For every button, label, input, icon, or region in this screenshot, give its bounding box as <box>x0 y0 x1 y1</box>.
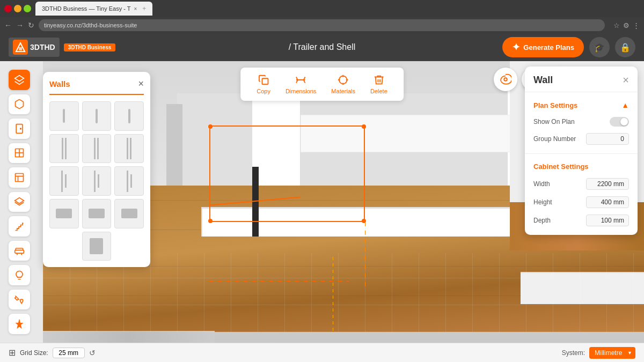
sidebar-light-btn[interactable] <box>9 265 30 285</box>
svg-rect-1 <box>19 47 22 50</box>
wall-item-preview <box>89 209 105 218</box>
logo-area: 3DTHD 3DTHD Business <box>9 38 115 57</box>
new-tab-icon[interactable]: + <box>142 5 146 12</box>
system-dropdown[interactable]: Millimetre Inch <box>589 347 635 359</box>
right-panel-close-button[interactable]: × <box>623 74 629 86</box>
width-label: Width <box>533 180 550 188</box>
extension-icon[interactable]: ⚙ <box>623 21 630 29</box>
materials-icon <box>338 74 349 86</box>
logo-text: 3DTHD <box>30 43 55 51</box>
wall-item-preview <box>96 109 98 123</box>
group-number-value[interactable]: 0 <box>586 133 629 145</box>
wall-item-preview <box>94 171 99 192</box>
generate-plans-button[interactable]: ✦ Generate Plans <box>502 37 584 57</box>
svg-rect-20 <box>15 250 24 253</box>
show-on-plan-toggle[interactable] <box>610 117 629 127</box>
forward-btn[interactable]: → <box>16 21 24 29</box>
wall-item-preview <box>90 238 103 254</box>
layers-icon <box>14 75 25 85</box>
sidebar-stairs-btn[interactable] <box>9 216 30 237</box>
status-bar: ⊞ Grid Size: ↺ System: Millimetre Inch <box>0 343 644 362</box>
height-value[interactable]: 400 mm <box>586 196 629 208</box>
sidebar-door-btn[interactable] <box>9 119 30 139</box>
menu-icon[interactable]: ⋮ <box>633 21 640 29</box>
sidebar-stack-btn[interactable] <box>9 192 30 212</box>
floor-line-orange-v2 <box>333 257 333 332</box>
wall-item[interactable] <box>82 134 112 164</box>
wall-item[interactable] <box>114 134 144 164</box>
sidebar-layers-btn[interactable] <box>9 70 30 90</box>
walls-panel-header: Walls × <box>49 78 144 95</box>
paint-icon <box>14 294 25 305</box>
header-actions: ✦ Generate Plans 🎓 🔒 <box>502 37 635 57</box>
walls-panel-close-button[interactable]: × <box>138 78 144 90</box>
depth-value[interactable]: 100 mm <box>586 215 629 226</box>
divider-2 <box>525 153 638 154</box>
plan-settings-header[interactable]: Plan Settings ▲ <box>533 97 629 114</box>
cabinet-settings-header[interactable]: Cabinet Settings <box>533 158 629 175</box>
account-icon: 🔒 <box>620 42 631 53</box>
cabinet-settings-section: Cabinet Settings Width 2200 mm Height 40… <box>525 158 638 235</box>
floor-line-orange-v <box>365 222 365 286</box>
lightbulb-icon <box>14 270 25 280</box>
url-text: tinyeasy.co.nz/3dthd-business-suite <box>44 22 137 28</box>
sidebar-panel-btn[interactable] <box>9 167 30 188</box>
wall-item-preview <box>127 138 131 159</box>
depth-label: Depth <box>533 217 551 224</box>
browser-maximize-btn[interactable] <box>24 5 31 12</box>
camera-view-btn[interactable] <box>494 68 517 91</box>
walls-grid <box>49 101 144 261</box>
wall-item[interactable] <box>82 199 112 228</box>
address-bar[interactable]: tinyeasy.co.nz/3dthd-business-suite <box>39 19 605 31</box>
wall-item-preview <box>127 171 132 192</box>
sidebar-sofa-btn[interactable] <box>9 241 30 261</box>
grid-refresh-button[interactable]: ↺ <box>89 349 96 357</box>
browser-close-btn[interactable] <box>4 5 12 12</box>
sidebar-paint-btn[interactable] <box>9 290 30 310</box>
copy-label: Copy <box>257 88 270 94</box>
wall-item[interactable] <box>82 101 112 131</box>
wall-item[interactable] <box>49 199 79 228</box>
width-value[interactable]: 2200 mm <box>586 178 629 190</box>
wall-settings-panel: Wall × Plan Settings ▲ Show On Plan Grou… <box>525 67 638 235</box>
stairs-icon <box>14 221 25 232</box>
header-title: / Trailer and Shell <box>289 42 356 52</box>
wall-item-preview <box>121 209 137 218</box>
cube-icon <box>14 99 25 109</box>
wall-item-preview <box>61 171 67 192</box>
wall-item[interactable] <box>49 101 79 131</box>
cabinet-settings-title: Cabinet Settings <box>533 162 589 171</box>
help-button[interactable]: 🎓 <box>589 37 610 57</box>
wall-item[interactable] <box>114 101 144 131</box>
grid-size-input[interactable] <box>53 348 85 358</box>
panel-icon <box>14 172 25 183</box>
materials-button[interactable]: Materials <box>324 72 363 97</box>
tab-close-icon[interactable]: × <box>134 6 137 12</box>
system-area: System: Millimetre Inch <box>562 347 635 359</box>
corner-tr <box>362 124 366 129</box>
back-btn[interactable]: ← <box>4 21 12 29</box>
wall-item[interactable] <box>114 199 144 228</box>
reload-btn[interactable]: ↻ <box>28 21 34 29</box>
show-on-plan-row: Show On Plan <box>533 114 629 130</box>
wall-item[interactable] <box>49 166 79 196</box>
delete-button[interactable]: Delete <box>363 72 395 97</box>
account-button[interactable]: 🔒 <box>615 37 635 57</box>
sidebar-pin-btn[interactable] <box>9 314 30 334</box>
wall-item[interactable] <box>49 134 79 164</box>
wall-item[interactable] <box>82 232 112 261</box>
bookmark-icon[interactable]: ☆ <box>613 21 620 29</box>
svg-rect-2 <box>262 78 268 84</box>
copy-button[interactable]: Copy <box>249 72 278 97</box>
wall-item[interactable] <box>82 166 112 196</box>
dimensions-button[interactable]: Dimensions <box>278 72 324 97</box>
wall-item[interactable] <box>114 166 144 196</box>
browser-tab[interactable]: 3DTHD Business — Tiny Easy - T × + <box>35 2 152 16</box>
grid-size-icon: ⊞ <box>9 348 16 358</box>
sidebar-window-btn[interactable] <box>9 143 30 164</box>
browser-minimize-btn[interactable] <box>14 5 21 12</box>
sidebar-cube-btn[interactable] <box>9 94 30 115</box>
svg-rect-16 <box>16 173 24 181</box>
toolbar: Copy Dimensions Materials Delete <box>240 68 404 101</box>
sofa-icon <box>14 246 25 256</box>
